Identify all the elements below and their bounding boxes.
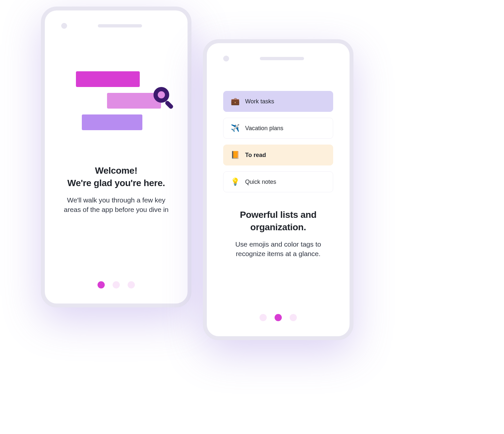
onboarding-screen-1: Welcome! We're glad you're here. We'll w… [41,7,191,307]
list-item-label: Vacation plans [245,125,283,132]
illustration-bar [107,93,161,109]
onboarding-title: Powerful lists and organization. [220,209,336,234]
page-dot[interactable] [290,314,297,321]
title-line: Powerful lists and [240,210,316,220]
lightbulb-icon: 💡 [231,178,239,186]
list-item[interactable]: 💼 Work tasks [223,91,333,112]
page-dot[interactable] [275,314,282,321]
onboarding-screen-2: 💼 Work tasks ✈️ Vacation plans 📙 To read… [203,39,353,340]
list-preview: 💼 Work tasks ✈️ Vacation plans 📙 To read… [207,68,350,192]
list-item[interactable]: ✈️ Vacation plans [223,118,333,139]
list-item[interactable]: 📙 To read [223,145,333,165]
speaker-icon [98,24,142,27]
page-indicator [98,281,135,288]
book-icon: 📙 [231,151,239,159]
onboarding-title: Welcome! We're glad you're here. [58,165,174,189]
illustration-bar [82,114,142,130]
list-item[interactable]: 💡 Quick notes [223,171,333,192]
onboarding-content: Welcome! We're glad you're here. We'll w… [45,165,188,214]
page-dot[interactable] [128,281,135,288]
list-item-label: Quick notes [245,179,276,185]
title-line: Welcome! [95,165,137,176]
title-line: We're glad you're here. [67,178,165,188]
welcome-illustration [45,71,188,140]
title-line: organization. [250,222,306,232]
onboarding-content: Powerful lists and organization. Use emo… [207,209,350,258]
page-indicator [260,314,297,321]
page-dot[interactable] [98,281,105,288]
phone-status-bar [207,43,350,68]
airplane-icon: ✈️ [231,124,239,132]
page-dot[interactable] [260,314,267,321]
onboarding-subtitle: We'll walk you through a few key areas o… [58,195,174,215]
camera-icon [223,56,229,61]
illustration-bar [76,71,140,87]
page-dot[interactable] [113,281,120,288]
magnifier-icon [153,87,177,111]
list-item-label: To read [245,152,266,159]
speaker-icon [260,57,304,60]
camera-icon [61,23,67,29]
onboarding-subtitle: Use emojis and color tags to recognize i… [220,239,336,259]
phone-status-bar [45,10,188,35]
list-item-label: Work tasks [245,98,274,105]
briefcase-icon: 💼 [231,97,239,106]
